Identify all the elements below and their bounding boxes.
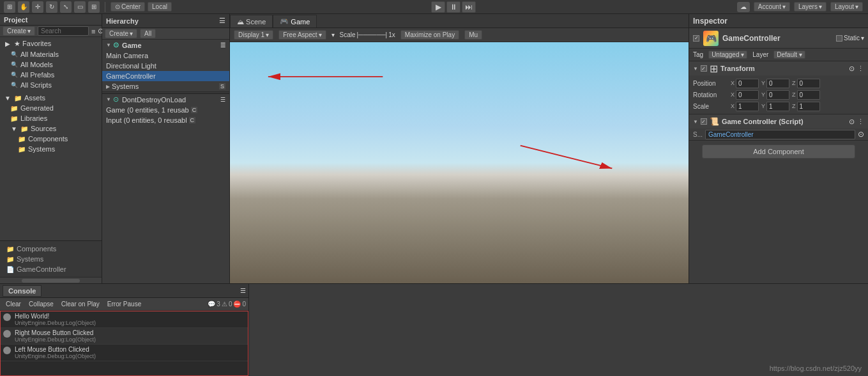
transform-menu-icon[interactable]: ⋮ <box>857 65 864 73</box>
mute-btn[interactable]: Mu <box>464 30 482 40</box>
tool-rotate[interactable]: ↻ <box>46 1 57 13</box>
hierarchy-all-btn[interactable]: All <box>140 29 156 38</box>
tool-scale[interactable]: ⤡ <box>60 1 72 13</box>
tool-hand[interactable]: ✋ <box>18 1 29 13</box>
assets-libraries[interactable]: 📁 Libraries <box>0 113 102 123</box>
project-create-btn[interactable]: Create ▾ <box>3 26 35 36</box>
msg-icon: 💬 <box>208 301 215 308</box>
pause-button[interactable]: ⏸ <box>446 1 461 13</box>
transform-header[interactable]: ▼ ✓ ⊞ Transform ⊙ ⋮ <box>689 61 868 75</box>
console-menu-icon[interactable]: ☰ <box>240 287 246 294</box>
tool-rect[interactable]: ▭ <box>74 1 86 13</box>
sources-components[interactable]: 📁 Components <box>0 134 102 144</box>
hierarchy-directional-light[interactable]: Directional Light <box>102 61 229 71</box>
console-clear-on-play-btn[interactable]: Clear on Play <box>58 300 103 308</box>
hierarchy-input-entities[interactable]: Input (0 entities, 0 reusabl C <box>102 115 229 125</box>
tool-transform[interactable]: ⊞ <box>88 1 100 13</box>
console-tab[interactable]: Console <box>3 285 42 297</box>
scene-tab[interactable]: ⛰ Scene <box>230 15 273 27</box>
fav-all-scripts[interactable]: 🔍 All Scripts <box>0 80 102 90</box>
layer-dropdown[interactable]: Default ▾ <box>773 51 805 59</box>
hierarchy-create-btn[interactable]: Create ▾ <box>105 29 137 38</box>
assets-sources[interactable]: ▼ 📁 Sources <box>0 123 102 134</box>
assets-generated[interactable]: 📁 Generated <box>0 103 102 113</box>
rotation-z-input[interactable] <box>797 90 820 100</box>
transform-ref-icon[interactable]: ⊙ <box>849 65 855 73</box>
game-controller-item[interactable]: 📄 GameController <box>3 264 99 274</box>
play-button[interactable]: ▶ <box>431 1 445 13</box>
scale-y-input[interactable] <box>766 102 789 111</box>
position-z-input[interactable] <box>797 79 820 88</box>
hierarchy-systems[interactable]: ▶ Systems S <box>102 81 229 91</box>
static-checkbox-mark[interactable] <box>836 35 842 42</box>
hierarchy-dont-destroy[interactable]: ▼ ⊙ DontDestroyOnLoad ☰ <box>102 94 229 105</box>
pivot-local-btn[interactable]: Local <box>148 2 172 12</box>
cloud-icon[interactable]: ☁ <box>737 2 750 12</box>
libraries-folder-icon: 📁 <box>10 114 18 122</box>
hierarchy-menu-icon[interactable]: ☰ <box>219 17 225 25</box>
generated-folder-icon: 📁 <box>10 104 18 112</box>
toolbar-left: ⊞ ✋ ✛ ↻ ⤡ ▭ ⊞ ⊙ Account Center Local <box>0 1 176 13</box>
directional-light-label: Directional Light <box>106 62 156 70</box>
rotation-y-input[interactable] <box>766 90 789 100</box>
scale-z-input[interactable] <box>797 102 820 111</box>
scale-x-input[interactable] <box>736 102 759 111</box>
assets-systems-label: 📁 Systems <box>3 254 99 264</box>
fav-all-prefabs[interactable]: 🔍 All Prefabs <box>0 70 102 80</box>
hierarchy-game-controller[interactable]: GameController <box>102 71 229 81</box>
game-tab[interactable]: 🎮 Game <box>273 15 317 27</box>
step-button[interactable]: ⏭ <box>462 1 476 13</box>
hierarchy-game-entities[interactable]: Game (0 entities, 1 reusab C <box>102 105 229 115</box>
inspector-header: Inspector <box>689 14 868 28</box>
console-collapse-btn[interactable]: Collapse <box>26 300 57 308</box>
scale-slider[interactable]: |──────| <box>357 31 388 38</box>
rot-y-axis: Y <box>761 91 765 98</box>
script-menu-icon[interactable]: ⋮ <box>857 118 864 126</box>
pivot-center-btn[interactable]: ⊙ Account Center <box>110 2 145 12</box>
log-sub-1: UnityEngine.Debug:Log(Object) <box>15 336 96 343</box>
script-ref-icon[interactable]: ⊙ <box>849 118 855 126</box>
rotation-x-input[interactable] <box>736 90 759 100</box>
account-dropdown[interactable]: Account ▾ <box>754 2 790 12</box>
account-label: Account <box>758 3 781 10</box>
layout-dropdown[interactable]: Layout ▾ <box>830 2 863 12</box>
systems-hierarchy-label: Systems <box>112 82 139 90</box>
console-clear-btn[interactable]: Clear <box>3 300 24 308</box>
position-y-input[interactable] <box>766 79 789 88</box>
project-scrollbar[interactable] <box>0 277 102 283</box>
rotation-y-field: Y <box>761 90 789 100</box>
hierarchy-game-object[interactable]: ▼ ⊙ Game ☰ <box>102 40 229 51</box>
tag-dropdown[interactable]: Untagged ▾ <box>708 51 747 59</box>
active-checkbox[interactable]: ✓ <box>693 35 699 42</box>
transform-component: ▼ ✓ ⊞ Transform ⊙ ⋮ Position X Y <box>689 61 868 114</box>
log-entry-1[interactable]: Right Mouse Button Clicked UnityEngine.D… <box>1 328 248 345</box>
aspect-dropdown[interactable]: Free Aspect ▾ <box>278 30 326 40</box>
add-component-button[interactable]: Add Component <box>702 145 855 159</box>
script-enable-check[interactable]: ✓ <box>701 118 707 125</box>
unity-menu-icon[interactable]: ⊞ <box>4 1 15 13</box>
script-target-icon[interactable]: ⊙ <box>858 130 864 139</box>
transform-enable-check[interactable]: ✓ <box>701 65 707 72</box>
maximize-btn[interactable]: Maximize on Play <box>400 30 459 40</box>
display-dropdown[interactable]: Display 1 ▾ <box>234 30 273 40</box>
static-control[interactable]: Static ▾ <box>836 35 864 42</box>
scale-label: Scale <box>340 31 356 38</box>
project-sort-icon[interactable]: ≡ <box>91 27 95 35</box>
hierarchy-main-camera[interactable]: Main Camera <box>102 51 229 61</box>
log-entry-0[interactable]: Hello World! UnityEngine.Debug:Log(Objec… <box>1 311 248 328</box>
systems-label: Systems <box>28 145 55 153</box>
tool-move[interactable]: ✛ <box>32 1 43 13</box>
log-entry-2[interactable]: Left Mouse Button Clicked UnityEngine.De… <box>1 345 248 361</box>
sources-systems[interactable]: 📁 Systems <box>0 144 102 154</box>
add-component-label: Add Component <box>753 148 804 155</box>
fav-all-materials[interactable]: 🔍 All Materials <box>0 49 102 59</box>
script-component-header[interactable]: ▼ ✓ 📜 Game Controller (Script) ⊙ ⋮ <box>689 114 868 129</box>
main-area: Project Create ▾ ≡ ⊙ ▶ ★ Favorites 🔍 All… <box>0 14 868 283</box>
console-error-pause-btn[interactable]: Error Pause <box>104 300 144 308</box>
position-x-input[interactable] <box>736 79 759 88</box>
script-field-value[interactable]: GameController <box>705 130 855 139</box>
layers-dropdown[interactable]: Layers ▾ <box>794 2 826 12</box>
project-search-input[interactable] <box>38 26 89 36</box>
game-controller-script-icon: 📄 <box>6 265 14 273</box>
fav-all-models[interactable]: 🔍 All Models <box>0 59 102 70</box>
